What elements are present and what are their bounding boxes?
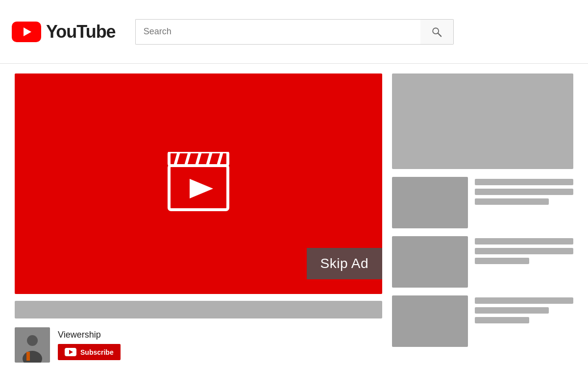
channel-name: Viewership: [58, 330, 121, 340]
search-button[interactable]: [420, 19, 454, 45]
svg-line-8: [207, 152, 211, 166]
avatar-image: [20, 333, 45, 363]
video-channel-line-b: [475, 258, 529, 264]
subscribe-button[interactable]: Subscribe: [58, 344, 121, 360]
subscribe-yt-icon: [65, 348, 76, 356]
svg-point-12: [27, 335, 38, 346]
site-header: YouTube: [0, 0, 588, 64]
search-icon: [431, 26, 442, 37]
search-area: [135, 19, 454, 45]
video-thumbnail-3[interactable]: [392, 295, 468, 347]
channel-details: Viewership Subscribe: [58, 330, 121, 360]
video-meta-1: [475, 177, 573, 205]
sidebar-ad-banner: [392, 73, 573, 169]
video-player-icon: [164, 152, 233, 216]
subscribe-label: Subscribe: [80, 348, 114, 356]
video-thumbnail-2[interactable]: [392, 236, 468, 288]
video-meta-3: [475, 295, 573, 323]
video-progress-bar[interactable]: [15, 301, 382, 318]
video-meta-2: [475, 236, 573, 264]
svg-point-13: [23, 351, 42, 363]
svg-rect-14: [26, 352, 30, 361]
left-column: Skip Ad Viewership: [15, 73, 382, 381]
svg-marker-11: [190, 179, 213, 198]
svg-line-3: [438, 33, 441, 36]
svg-line-7: [196, 152, 200, 166]
svg-line-5: [175, 152, 179, 166]
channel-avatar: [15, 327, 50, 363]
sidebar-video-card-3: [392, 295, 573, 347]
video-title-line-2: [475, 189, 573, 195]
video-thumbnail-1[interactable]: [392, 177, 468, 228]
search-input[interactable]: [135, 19, 420, 45]
svg-line-9: [218, 152, 222, 166]
skip-ad-button[interactable]: Skip Ad: [307, 248, 382, 279]
channel-info: Viewership Subscribe: [15, 325, 382, 365]
svg-line-6: [186, 152, 190, 166]
video-channel-line: [475, 198, 549, 205]
video-title-line-2b: [475, 248, 573, 254]
right-column: [392, 73, 573, 381]
video-title-line-2c: [475, 307, 549, 314]
video-title-line-1b: [475, 238, 573, 244]
site-title: YouTube: [46, 22, 116, 42]
video-player: Skip Ad: [15, 73, 382, 294]
youtube-logo-icon: [12, 22, 41, 42]
video-title-line-1c: [475, 297, 573, 304]
main-content: Skip Ad Viewership: [0, 64, 588, 391]
logo-area: YouTube: [12, 22, 116, 42]
sidebar-video-card-2: [392, 236, 573, 288]
video-title-line-1: [475, 179, 573, 185]
video-channel-line-c: [475, 317, 529, 323]
sidebar-video-card-1: [392, 177, 573, 228]
